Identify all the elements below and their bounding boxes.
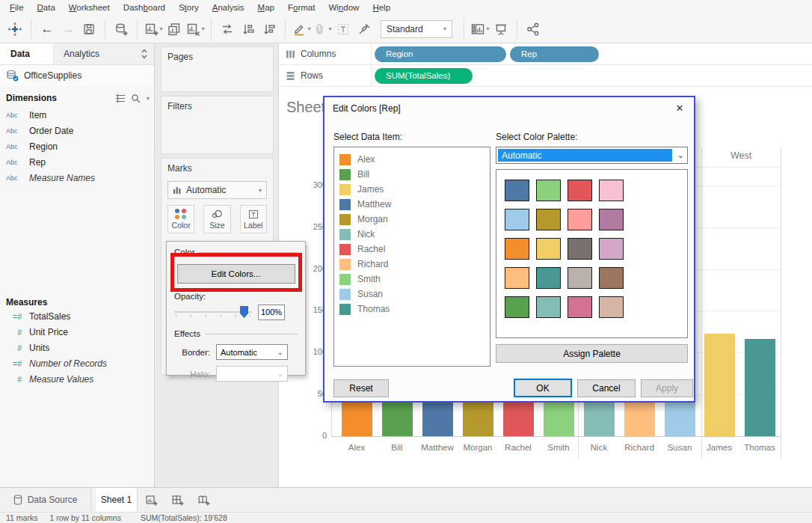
data-item-nick[interactable]: Nick: [334, 227, 490, 242]
new-story-tab-button[interactable]: [190, 488, 216, 512]
palette-color-swatch[interactable]: [568, 180, 592, 201]
swap-axes-button[interactable]: [217, 18, 238, 40]
field-number-of-records[interactable]: =#Number of Records: [0, 355, 154, 371]
new-data-source-button[interactable]: [111, 18, 132, 40]
bar-thomas[interactable]: [745, 339, 775, 436]
show-mark-labels-button[interactable]: [333, 18, 354, 40]
caret-down-icon[interactable]: ▾: [147, 95, 150, 102]
opacity-slider[interactable]: [174, 304, 252, 320]
redo-button[interactable]: →: [58, 18, 79, 40]
menu-worksheet[interactable]: Worksheet: [62, 3, 117, 12]
data-item-matthew[interactable]: Matthew: [334, 197, 490, 212]
datasource-row[interactable]: OfficeSupplies: [0, 65, 154, 86]
format-attach-button[interactable]: ▾: [312, 18, 333, 40]
field-totalsales[interactable]: =#TotalSales: [0, 308, 154, 324]
field-measure-names[interactable]: AbcMeasure Names: [0, 170, 154, 186]
data-item-susan[interactable]: Susan: [334, 287, 490, 302]
palette-color-swatch[interactable]: [505, 267, 529, 289]
size-button[interactable]: Size: [203, 205, 230, 233]
tableau-logo-icon[interactable]: [4, 18, 25, 40]
sort-ascending-button[interactable]: [238, 18, 259, 40]
field-measure-values[interactable]: #Measure Values: [0, 371, 154, 387]
menu-data[interactable]: Data: [31, 3, 62, 12]
field-region[interactable]: AbcRegion: [0, 138, 154, 154]
palette-color-swatch[interactable]: [568, 238, 592, 260]
undo-button[interactable]: ←: [37, 18, 58, 40]
search-icon[interactable]: [131, 94, 141, 103]
apply-button[interactable]: Apply: [641, 379, 693, 397]
palette-color-swatch[interactable]: [599, 296, 624, 318]
palette-dropdown[interactable]: Automatic ⌄: [496, 147, 688, 164]
data-item-morgan[interactable]: Morgan: [334, 212, 490, 227]
palette-color-swatch[interactable]: [536, 238, 561, 260]
duplicate-sheet-button[interactable]: [164, 18, 185, 40]
pill-rep[interactable]: Rep: [510, 46, 599, 62]
field-unit-price[interactable]: #Unit Price: [0, 324, 154, 340]
data-item-thomas[interactable]: Thomas: [334, 302, 490, 316]
data-item-list[interactable]: AlexBillJamesMatthewMorganNickRachelRich…: [333, 147, 490, 367]
show-me-button[interactable]: ▾: [470, 18, 490, 40]
pane-collapse-button[interactable]: [135, 43, 154, 64]
menu-analysis[interactable]: Analysis: [206, 3, 251, 12]
label-button[interactable]: Label: [240, 205, 267, 233]
field-units[interactable]: #Units: [0, 340, 154, 355]
pill-sum(totalsales)[interactable]: SUM(TotalSales): [375, 68, 473, 84]
close-button[interactable]: ✕: [668, 100, 691, 116]
palette-color-swatch[interactable]: [599, 209, 624, 230]
mark-type-dropdown[interactable]: Automatic ▾: [167, 181, 267, 199]
palette-color-swatch[interactable]: [505, 296, 529, 318]
bar-james[interactable]: [704, 334, 735, 436]
highlight-button[interactable]: ▾: [291, 18, 312, 40]
data-item-bill[interactable]: Bill: [334, 167, 490, 182]
data-item-richard[interactable]: Richard: [334, 257, 490, 272]
field-rep[interactable]: AbcRep: [0, 154, 154, 170]
field-order-date[interactable]: AbcOrder Date: [0, 123, 154, 138]
new-dashboard-tab-button[interactable]: [164, 488, 190, 512]
palette-color-swatch[interactable]: [599, 180, 624, 201]
halo-select[interactable]: ⌄: [216, 366, 288, 382]
fit-selector[interactable]: Standard ▾: [381, 20, 452, 38]
share-button[interactable]: [523, 18, 544, 40]
opacity-slider-thumb[interactable]: [240, 306, 248, 318]
menu-file[interactable]: File: [3, 3, 31, 12]
field-item[interactable]: AbcItem: [0, 107, 154, 123]
palette-color-swatch[interactable]: [505, 180, 529, 201]
clear-sheet-button[interactable]: ▾: [185, 18, 206, 40]
columns-shelf[interactable]: Columns RegionRep: [279, 43, 812, 65]
sheet1-tab[interactable]: Sheet 1: [96, 488, 138, 512]
palette-color-swatch[interactable]: [505, 209, 529, 230]
new-worksheet-tab-button[interactable]: [138, 488, 164, 512]
palette-color-swatch[interactable]: [568, 296, 592, 318]
tab-data[interactable]: Data: [0, 43, 54, 64]
menu-help[interactable]: Help: [366, 3, 397, 12]
data-item-rachel[interactable]: Rachel: [334, 242, 490, 257]
view-list-icon[interactable]: [115, 94, 126, 103]
palette-color-swatch[interactable]: [599, 267, 624, 289]
tab-analytics[interactable]: Analytics: [54, 43, 135, 64]
presentation-mode-button[interactable]: [490, 18, 511, 40]
data-source-tab[interactable]: Data Source: [0, 488, 91, 512]
palette-color-swatch[interactable]: [599, 238, 624, 260]
reset-button[interactable]: Reset: [333, 379, 389, 397]
data-item-smith[interactable]: Smith: [334, 272, 490, 287]
palette-color-swatch[interactable]: [505, 238, 529, 260]
palette-color-swatch[interactable]: [536, 209, 561, 230]
pages-shelf[interactable]: Pages: [161, 46, 274, 92]
opacity-value[interactable]: 100%: [258, 305, 285, 320]
palette-color-swatch[interactable]: [568, 209, 592, 230]
ok-button[interactable]: OK: [514, 379, 572, 397]
color-button[interactable]: Color: [167, 205, 194, 233]
palette-color-swatch[interactable]: [536, 267, 561, 289]
data-item-james[interactable]: James: [334, 182, 490, 197]
border-select[interactable]: Automatic ⌄: [216, 344, 288, 360]
sort-descending-button[interactable]: [259, 18, 280, 40]
menu-map[interactable]: Map: [251, 3, 281, 12]
rows-shelf[interactable]: Rows SUM(TotalSales): [279, 65, 812, 87]
menu-format[interactable]: Format: [281, 3, 322, 12]
palette-color-swatch[interactable]: [568, 267, 592, 289]
menu-dashboard[interactable]: Dashboard: [117, 3, 172, 12]
data-item-alex[interactable]: Alex: [334, 152, 490, 167]
fix-axes-button[interactable]: [354, 18, 375, 40]
new-worksheet-button[interactable]: ▾: [143, 18, 164, 40]
cancel-button[interactable]: Cancel: [577, 379, 636, 397]
